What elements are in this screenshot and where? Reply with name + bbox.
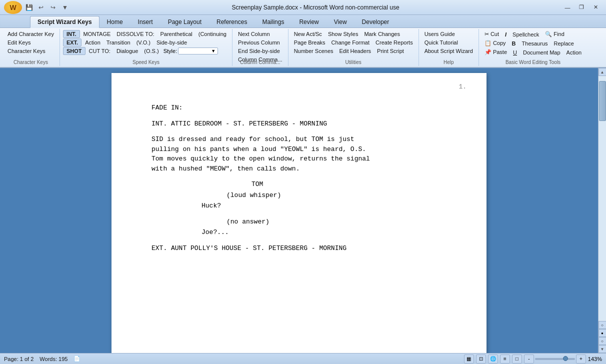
next-column-button[interactable]: Next Column — [236, 30, 272, 38]
char-row-2: Edit Keys — [5, 38, 56, 46]
script-content: FADE IN: INT. ATTIC BEDROOM - ST. PETERS… — [152, 103, 452, 253]
col-row-2: Previous Column — [236, 38, 285, 46]
office-button[interactable]: W — [4, 1, 22, 14]
shot-button[interactable]: SHOT — [63, 47, 86, 55]
paste-button[interactable]: 📌 Paste — [482, 48, 510, 56]
cutto-button[interactable]: CUT TO: — [86, 47, 113, 55]
print-layout-button[interactable]: ▦ — [464, 354, 474, 364]
dialogue-button[interactable]: Dialogue — [114, 47, 140, 55]
scroll-thumb[interactable] — [599, 81, 606, 121]
show-styles-button[interactable]: Show Styles — [326, 30, 361, 38]
edit-keys-button[interactable]: Edit Keys — [5, 38, 33, 46]
close-button[interactable]: ✕ — [589, 2, 602, 12]
zoom-out-button[interactable]: - — [524, 354, 534, 364]
doc-map-button[interactable]: Document Map — [520, 48, 563, 56]
basic-word-tools-label: Basic Word Editing Tools — [479, 60, 587, 65]
create-reports-button[interactable]: Create Reports — [373, 38, 416, 46]
tab-references[interactable]: References — [209, 16, 254, 28]
scroll-down-button[interactable]: ▼ — [598, 345, 606, 353]
tab-insert[interactable]: Insert — [130, 16, 160, 28]
tab-review[interactable]: Review — [292, 16, 326, 28]
change-format-button[interactable]: Change Format — [329, 38, 372, 46]
document-page: 1. FADE IN: INT. ATTIC BEDROOM - ST. PET… — [112, 73, 486, 353]
end-side-button[interactable]: End Side-by-side — [236, 47, 282, 55]
character-keys-button[interactable]: Character Keys — [5, 47, 48, 55]
parenthetical-button[interactable]: Parenthetical — [158, 30, 195, 38]
page-number: 1. — [458, 83, 466, 90]
column-rows: Next Column Previous Column End Side-by-… — [236, 30, 285, 59]
select-browse-button[interactable]: ● — [598, 329, 606, 337]
script-heading-1: INT. ATTIC BEDROOM - ST. PETERSBERG - MO… — [152, 119, 452, 129]
tab-developer[interactable]: Developer — [354, 16, 397, 28]
vo-button[interactable]: (V.O.) — [134, 38, 153, 46]
character-keys-rows: Add Character Key Edit Keys Character Ke… — [5, 30, 56, 59]
edit-headers-button[interactable]: Edit Headers — [337, 47, 374, 55]
tab-view[interactable]: View — [326, 16, 354, 28]
tab-page-layout[interactable]: Page Layout — [160, 16, 209, 28]
transition-button[interactable]: Transition — [104, 38, 133, 46]
underline-button[interactable]: U — [510, 48, 520, 56]
word-row-3: 📌 Paste U Document Map Action — [482, 48, 584, 56]
document-area[interactable]: 1. FADE IN: INT. ATTIC BEDROOM - ST. PET… — [0, 68, 598, 353]
prev-column-button[interactable]: Previous Column — [236, 38, 282, 46]
scroll-track[interactable] — [598, 76, 606, 321]
title-bar-left: W 💾 ↩ ↪ ▼ — [4, 1, 70, 14]
style-dropdown[interactable]: ▼ — [178, 48, 218, 54]
outline-button[interactable]: ≡ — [500, 354, 510, 364]
bold-button[interactable]: B — [510, 40, 518, 48]
dissolve-button[interactable]: DISSOLVE TO: — [114, 30, 156, 38]
scroll-options-button[interactable]: ○ — [598, 321, 606, 329]
utilities-label: Utilities — [288, 60, 418, 65]
copy-button[interactable]: 📋 Copy — [482, 39, 508, 48]
about-script-button[interactable]: About Script Wizard — [422, 47, 476, 55]
action-button[interactable]: Action — [82, 38, 103, 46]
web-layout-button[interactable]: 🌐 — [488, 354, 498, 364]
zoom-slider-thumb[interactable] — [563, 356, 568, 361]
replace-button[interactable]: Replace — [552, 40, 576, 48]
mark-changes-button[interactable]: Mark Changes — [362, 30, 402, 38]
ext-button[interactable]: EXT. — [63, 38, 82, 46]
script-fade-in: FADE IN: — [152, 103, 452, 113]
prev-page-button[interactable]: ○ — [598, 337, 606, 345]
add-character-key-button[interactable]: Add Character Key — [5, 30, 56, 38]
find-button[interactable]: 🔍 Find — [542, 30, 566, 38]
tab-script-wizard-keys[interactable]: Script Wizard Keys — [30, 16, 100, 28]
minimize-button[interactable]: — — [561, 2, 574, 12]
vertical-scrollbar[interactable]: ▲ ○ ● ○ ▼ — [598, 68, 606, 353]
cut-button[interactable]: ✂ Cut — [482, 30, 502, 38]
page-breaks-button[interactable]: Page Breaks — [292, 38, 328, 46]
spellcheck-button[interactable]: Spellcheck — [510, 30, 542, 38]
montage-button[interactable]: MONTAGE — [81, 30, 114, 38]
util-row-3: Number Scenes Edit Headers Print Script — [292, 47, 416, 55]
script-dialogue-2: Joe?... — [202, 228, 402, 238]
speed-keys-group: INT. MONTAGE DISSOLVE TO: Parenthetical … — [60, 29, 232, 66]
quick-tutorial-button[interactable]: Quick Tutorial — [422, 38, 460, 46]
continuing-button[interactable]: (Continuing — [196, 30, 229, 38]
restore-button[interactable]: ❐ — [575, 2, 588, 12]
tab-home[interactable]: Home — [100, 16, 130, 28]
number-scenes-button[interactable]: Number Scenes — [292, 47, 336, 55]
ribbon-tabs: Script Wizard Keys Home Insert Page Layo… — [0, 15, 606, 28]
users-guide-button[interactable]: Users Guide — [422, 30, 458, 38]
zoom-slider[interactable] — [535, 358, 575, 360]
help-rows: Users Guide Quick Tutorial About Script … — [422, 30, 476, 59]
word-row-2: 📋 Copy B Thesaurus Replace — [482, 39, 584, 48]
zoom-in-button[interactable]: + — [576, 354, 586, 364]
thesaurus-button[interactable]: Thesaurus — [520, 40, 550, 48]
qat-customize-button[interactable]: ▼ — [60, 2, 70, 12]
sidebyside-button[interactable]: Side-by-side — [154, 38, 190, 46]
italic-button[interactable]: I — [502, 30, 509, 38]
scroll-up-button[interactable]: ▲ — [598, 68, 606, 76]
status-bar: Page: 1 of 2 Words: 195 📄 ▦ ⊡ 🌐 ≡ □ - + … — [0, 353, 606, 364]
full-screen-reading-button[interactable]: ⊡ — [476, 354, 486, 364]
draft-button[interactable]: □ — [512, 354, 522, 364]
save-button[interactable]: 💾 — [24, 2, 34, 12]
undo-button[interactable]: ↩ — [36, 2, 46, 12]
new-act-sc-button[interactable]: New Act/Sc — [292, 30, 324, 38]
action-tool-button[interactable]: Action — [564, 48, 584, 56]
int-button[interactable]: INT. — [63, 30, 80, 38]
tab-mailings[interactable]: Mailings — [254, 16, 292, 28]
print-script-button[interactable]: Print Script — [374, 47, 406, 55]
redo-button[interactable]: ↪ — [48, 2, 58, 12]
os-button[interactable]: (O.S.) — [142, 47, 161, 55]
